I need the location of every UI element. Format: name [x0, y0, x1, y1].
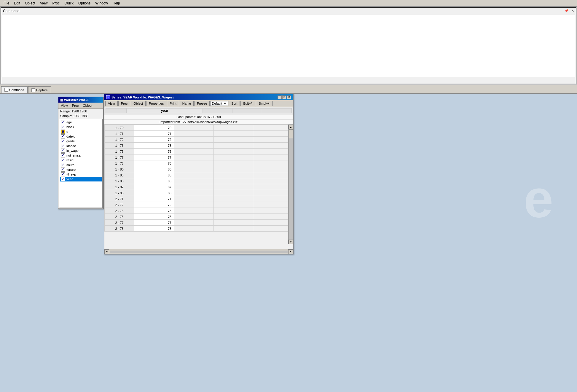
series-properties-btn[interactable]: Properties [146, 101, 166, 106]
wf-variable-black[interactable]: black [60, 125, 102, 129]
row-value: 80 [134, 166, 174, 172]
menu-proc[interactable]: Proc [50, 1, 62, 6]
series-proc-btn[interactable]: Proc [118, 101, 130, 106]
wf-variable-ttl_exp[interactable]: ttl_exp [60, 172, 102, 177]
table-row: 1 - 7373 [105, 143, 293, 149]
series-header-year: year [127, 109, 203, 113]
scroll-down-btn[interactable]: ▼ [288, 240, 293, 244]
row-empty-2 [253, 184, 293, 190]
pin-button[interactable]: 📌 [565, 9, 569, 13]
row-value: 75 [134, 149, 174, 154]
row-empty-1 [213, 202, 253, 208]
menu-help[interactable]: Help [110, 1, 122, 6]
series-editpm-btn[interactable]: Edit+/- [240, 101, 255, 106]
row-empty-2 [253, 196, 293, 202]
table-row: 1 - 7575 [105, 149, 293, 154]
series-freeze-btn[interactable]: Freeze [194, 101, 210, 106]
series-maximize-btn[interactable]: □ [282, 95, 286, 99]
menu-window[interactable]: Window [93, 1, 110, 6]
series-format-dropdown[interactable]: Default ▼ [210, 101, 228, 106]
wf-variable-not_smsa[interactable]: not_smsa [60, 153, 102, 158]
tab-capture-label: Capture [36, 88, 48, 92]
wf-view-btn[interactable]: View [59, 103, 70, 108]
scroll-track-h[interactable] [110, 251, 288, 253]
checkbox-icon [61, 163, 65, 167]
wf-variable-south[interactable]: south [60, 162, 102, 167]
row-empty-2 [253, 220, 293, 226]
scroll-right-btn[interactable]: ► [288, 249, 293, 254]
vertical-scrollbar[interactable]: ▲ ▼ [288, 125, 293, 244]
row-empty-1 [213, 190, 253, 196]
row-empty-0 [174, 190, 213, 196]
row-empty-0 [174, 160, 213, 166]
series-meta-imported: Imported from 'C:\users\nickisodhi\Deskt… [104, 119, 293, 125]
scroll-left-btn[interactable]: ◄ [104, 249, 109, 254]
wf-variable-tenure[interactable]: tenure [60, 167, 102, 172]
horizontal-scrollbar[interactable]: ◄ ► [104, 249, 293, 254]
workfile-sample: Sample: 1968 1988 [58, 114, 103, 118]
row-value: 73 [134, 208, 174, 214]
workfile-title-text: ▦ Workfile: WAGE [60, 98, 89, 102]
wf-variable-ln_wage[interactable]: ln_wage [60, 148, 102, 153]
wf-variable-age[interactable]: age [60, 120, 102, 125]
variable-label-black: black [66, 125, 74, 129]
checkbox-icon [61, 172, 65, 176]
series-meta-updated: Last updated: 08/08/16 - 19:09 [104, 114, 293, 119]
tab-capture[interactable]: Capture [28, 86, 51, 93]
series-sort-btn[interactable]: Sort [229, 101, 240, 106]
row-id: 1 - 88 [105, 190, 134, 196]
row-value: 78 [134, 160, 174, 166]
menu-file[interactable]: File [1, 1, 12, 6]
checkbox-icon [61, 158, 65, 162]
menu-quick[interactable]: Quick [62, 1, 76, 6]
row-empty-2 [253, 226, 293, 232]
series-smplpm-btn[interactable]: Smpl+/- [256, 101, 272, 106]
row-empty-1 [213, 178, 253, 184]
wf-object-btn[interactable]: Object [81, 103, 94, 108]
row-empty-1 [213, 172, 253, 178]
table-row: 1 - 8787 [105, 184, 293, 190]
row-empty-0 [174, 214, 213, 220]
close-button[interactable]: ✕ [571, 9, 574, 13]
menu-bar: File Edit Object View Proc Quick Options… [0, 0, 577, 7]
menu-view[interactable]: View [38, 1, 50, 6]
row-value: 77 [134, 220, 174, 226]
wf-variable-idcode[interactable]: idcode [60, 144, 102, 148]
row-empty-2 [253, 214, 293, 220]
command-input-area[interactable] [2, 15, 575, 77]
tab-command[interactable]: Command [1, 86, 28, 93]
series-print-btn[interactable]: Print [167, 101, 179, 106]
wf-variable-grade[interactable]: grade [60, 139, 102, 144]
row-id: 1 - 77 [105, 154, 134, 160]
series-minimize-btn[interactable]: ─ [278, 95, 282, 99]
series-object-btn[interactable]: Object [131, 101, 146, 106]
wf-variable-resid[interactable]: resid [60, 158, 102, 162]
row-empty-0 [174, 220, 213, 226]
scroll-thumb-v[interactable] [289, 129, 293, 138]
row-empty-2 [253, 178, 293, 184]
row-id: 1 - 75 [105, 149, 134, 154]
series-name-btn[interactable]: Name [180, 101, 194, 106]
series-data-container[interactable]: 1 - 70701 - 71711 - 72721 - 73731 - 7575… [104, 125, 293, 249]
series-close-btn[interactable]: ✕ [287, 95, 291, 99]
series-title-icon: ≡ [106, 95, 110, 99]
wf-variable-c[interactable]: Bc [60, 129, 102, 134]
row-id: 1 - 72 [105, 137, 134, 143]
row-empty-2 [253, 131, 293, 137]
menu-edit[interactable]: Edit [12, 1, 23, 6]
scroll-up-btn[interactable]: ▲ [288, 125, 293, 129]
wf-proc-btn[interactable]: Proc [70, 103, 81, 108]
row-empty-0 [174, 154, 213, 160]
wf-variable-year[interactable]: year [60, 177, 102, 181]
tab-command-label: Command [9, 88, 24, 92]
scroll-track-v[interactable] [288, 129, 293, 240]
menu-object[interactable]: Object [23, 1, 38, 6]
wf-variable-dateid[interactable]: dateid [60, 134, 102, 139]
checkbox-icon [61, 144, 65, 148]
variable-label-age: age [66, 120, 72, 124]
series-toolbar: View Proc Object Properties Print Name F… [104, 100, 293, 107]
row-id: 2 - 73 [105, 208, 134, 214]
checkbox-icon [61, 153, 65, 157]
series-view-btn[interactable]: View [105, 101, 118, 106]
menu-options[interactable]: Options [76, 1, 93, 6]
